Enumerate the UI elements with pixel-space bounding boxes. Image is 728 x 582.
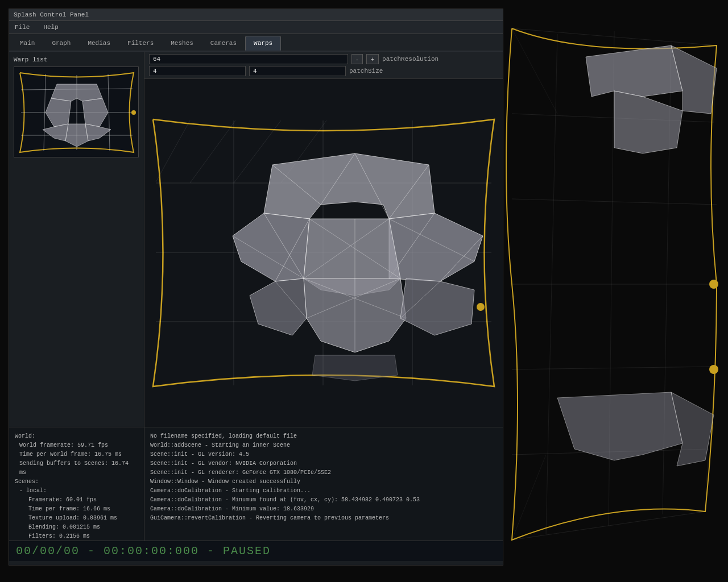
stats-panel: World: World framerate: 59.71 fps Time p… [9, 427, 144, 541]
window-title: Splash Control Panel [14, 11, 89, 18]
svg-line-69 [512, 28, 557, 114]
sending-buffers: Sending buffers to Scenes: 16.74 ms [15, 459, 138, 477]
time-world-frame: Time per world frame: 16.75 ms [15, 450, 138, 459]
svg-line-61 [663, 43, 671, 514]
svg-point-50 [477, 303, 485, 311]
log-line-5: Window::Window - Window created successf… [150, 477, 497, 487]
app-window: Splash Control Panel File Help Main Grap… [9, 9, 503, 566]
svg-line-70 [714, 45, 717, 122]
svg-line-56 [512, 367, 714, 369]
svg-line-54 [512, 199, 717, 205]
warp-list-label: Warp list [14, 56, 139, 63]
timecode-value: 00/00/00 - 00:00:00:000 - PAUSED [16, 544, 271, 558]
svg-point-13 [131, 110, 136, 115]
svg-line-53 [512, 114, 714, 122]
timecode-bar: 00/00/00 - 00:00:00:000 - PAUSED [9, 541, 503, 561]
patch-resolution-row: - + patchResolution [149, 54, 498, 64]
log-line-9: GuiCamera::revertCalibration - Reverting… [150, 514, 497, 523]
log-panel: No filename specified, loading default f… [144, 427, 503, 541]
right-side-visual [500, 0, 728, 582]
framerate: Framerate: 60.01 fps [15, 496, 138, 505]
svg-marker-64 [614, 91, 682, 153]
log-line-7: Camera::doCalibration - Minumum found at… [150, 496, 497, 505]
svg-line-57 [512, 449, 708, 455]
svg-point-68 [709, 365, 718, 374]
patch-resolution-plus[interactable]: + [366, 54, 379, 64]
title-bar: Splash Control Panel [9, 9, 503, 21]
local-label: - local: [15, 487, 138, 496]
svg-marker-66 [671, 392, 714, 466]
tab-warps[interactable]: Warps [245, 36, 281, 51]
svg-marker-63 [671, 45, 717, 114]
patch-size-input1[interactable] [149, 66, 246, 76]
viewport-svg [144, 79, 503, 427]
log-line-6: Camera::doCalibration - Starting calibra… [150, 487, 497, 496]
menu-file[interactable]: File [13, 23, 32, 32]
warp-preview[interactable] [14, 66, 139, 157]
content-area: Warp list [9, 52, 503, 561]
controls-bar: - + patchResolution patchSize [144, 52, 503, 79]
patch-resolution-label: patchResolution [382, 56, 439, 63]
texture-upload: Texture upload: 0.03961 ms [15, 514, 138, 523]
svg-marker-65 [557, 392, 682, 460]
svg-line-72 [705, 449, 708, 512]
svg-marker-62 [586, 45, 682, 97]
svg-line-52 [512, 28, 717, 45]
log-line-4: Scene::init - GL renderer: GeForce GTX 1… [150, 468, 497, 477]
menu-bar: File Help [9, 21, 503, 34]
left-panel: Warp list [9, 52, 144, 427]
scenes-label: Scenes: [15, 477, 138, 487]
tab-graph[interactable]: Graph [43, 36, 79, 51]
log-line-3: Scene::init - GL vendor: NVIDIA Corporat… [150, 459, 497, 468]
svg-marker-51 [312, 355, 398, 381]
blending: Blending: 0.001215 ms [15, 523, 138, 532]
svg-line-60 [609, 31, 614, 526]
svg-line-58 [512, 512, 705, 540]
patch-size-row: patchSize [149, 66, 498, 76]
warp-preview-svg [14, 67, 139, 157]
patch-size-input2[interactable] [249, 66, 346, 76]
svg-point-67 [709, 280, 718, 289]
log-line-1: World::addScene - Starting an inner Scen… [150, 441, 497, 450]
tab-main[interactable]: Main [11, 36, 43, 51]
tab-meshes[interactable]: Meshes [162, 36, 202, 51]
log-line-2: Scene::init - GL version: 4.5 [150, 450, 497, 459]
log-line-8: Camera::doCalibration - Minimum value: 1… [150, 505, 497, 514]
main-panel: Warp list [9, 52, 503, 427]
svg-line-59 [546, 34, 557, 534]
world-framerate: World framerate: 59.71 fps [15, 441, 138, 450]
filters: Filters: 0.2156 ms [15, 532, 138, 541]
patch-size-label: patchSize [349, 68, 383, 74]
svg-line-71 [512, 455, 546, 540]
tab-bar: Main Graph Medias Filters Meshes Cameras… [9, 34, 503, 52]
world-label: World: [15, 432, 138, 441]
tab-filters[interactable]: Filters [119, 36, 162, 51]
tab-cameras[interactable]: Cameras [202, 36, 245, 51]
right-panel: - + patchResolution patchSize [144, 52, 503, 427]
menu-help[interactable]: Help [41, 23, 60, 32]
viewport[interactable] [144, 79, 503, 427]
bottom-panel: World: World framerate: 59.71 fps Time p… [9, 427, 503, 541]
patch-resolution-minus[interactable]: - [351, 54, 363, 64]
tab-medias[interactable]: Medias [79, 36, 119, 51]
log-line-0: No filename specified, loading default f… [150, 432, 497, 441]
patch-resolution-input[interactable] [149, 54, 348, 64]
right-side-svg [500, 0, 728, 582]
time-per-frame: Time per frame: 16.66 ms [15, 505, 138, 514]
